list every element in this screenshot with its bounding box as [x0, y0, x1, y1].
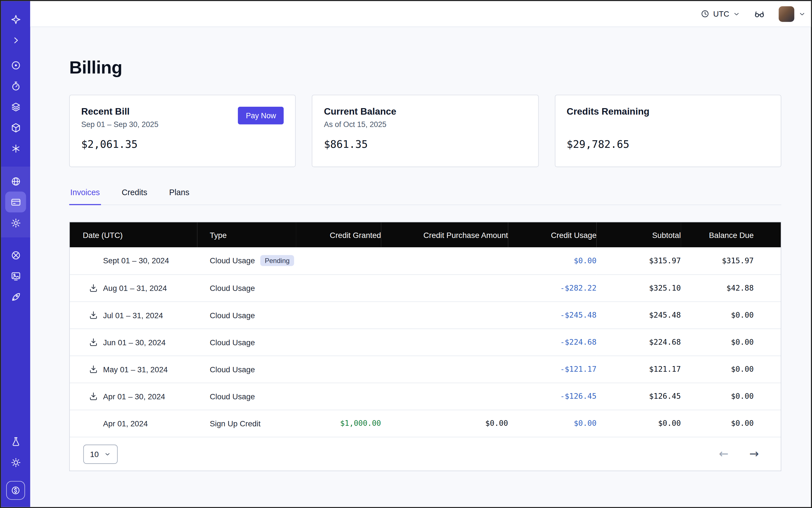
current-balance-card: Current Balance As of Oct 15, 2025 $861.… — [312, 95, 539, 167]
subtotal: $315.97 — [597, 247, 681, 274]
timer-icon[interactable] — [5, 76, 26, 96]
cube-icon[interactable] — [5, 117, 26, 138]
radar-icon[interactable] — [5, 55, 26, 76]
table-row: Jun 01 – 30, 2024 Cloud Usage -$224.68 $… — [70, 329, 781, 356]
sidebar-nav-lower — [5, 245, 26, 307]
card-subtitle: As of Oct 15, 2025 — [324, 120, 526, 131]
sidebar-expand-icon[interactable] — [5, 30, 26, 50]
wheel-icon[interactable] — [5, 245, 26, 265]
globe-icon[interactable] — [5, 171, 26, 192]
sidebar-nav-top — [5, 55, 26, 159]
credit-usage: $0.00 — [508, 247, 596, 274]
next-page-icon[interactable]: → — [749, 448, 759, 460]
credit-purchase-amount — [381, 329, 508, 356]
subtotal: $0.00 — [597, 410, 681, 437]
screen-image-icon[interactable] — [5, 265, 26, 286]
invoice-date: Aug 01 – 31, 2024 — [103, 284, 167, 292]
subtotal: $245.48 — [597, 301, 681, 328]
invoice-type: Cloud Usage — [210, 338, 255, 346]
card-subtitle — [567, 120, 769, 131]
subtotal: $325.10 — [597, 274, 681, 301]
credit-usage: -$282.22 — [508, 274, 596, 301]
user-menu[interactable] — [779, 6, 806, 22]
column-header-credit-usage: Credit Usage — [508, 222, 596, 247]
invoice-date: Jul 01 – 31, 2024 — [103, 310, 163, 319]
flask-icon[interactable] — [5, 431, 26, 452]
user-avatar — [779, 6, 794, 22]
recent-bill-card: Recent Bill Sep 01 – Sep 30, 2025 $2,061… — [69, 95, 296, 167]
page-size-select[interactable]: 10 — [83, 444, 117, 464]
layers-icon[interactable] — [5, 96, 26, 117]
download-invoice-icon[interactable] — [88, 309, 99, 321]
pay-now-button[interactable]: Pay Now — [238, 107, 284, 124]
credit-usage: -$245.48 — [508, 301, 596, 328]
download-invoice-icon[interactable] — [88, 363, 99, 375]
tab-credits[interactable]: Credits — [121, 188, 148, 205]
sidebar-nav-bottom — [5, 431, 26, 473]
glasses-icon[interactable] — [754, 8, 765, 20]
clock-icon — [701, 9, 710, 18]
download-invoice-icon[interactable] — [88, 390, 99, 402]
timezone-selector[interactable]: UTC — [701, 9, 740, 18]
download-invoice-icon[interactable] — [88, 282, 99, 294]
table-row: Sept 01 – 30, 2024 Cloud UsagePending $0… — [70, 247, 781, 274]
tab-invoices[interactable]: Invoices — [69, 188, 101, 205]
invoice-type: Cloud Usage — [210, 365, 255, 373]
credit-granted: $1,000.00 — [296, 410, 381, 437]
credits-remaining-amount: $29,782.65 — [567, 138, 769, 151]
credit-granted — [296, 301, 381, 328]
page-size-value: 10 — [90, 450, 99, 458]
balance-due: $315.97 — [681, 247, 781, 274]
billing-card-icon[interactable] — [5, 192, 26, 212]
sidebar-nav-billing-group — [1, 167, 31, 238]
invoice-type: Cloud Usage — [210, 392, 255, 400]
subtotal: $224.68 — [597, 329, 681, 356]
balance-due: $0.00 — [681, 383, 781, 410]
billing-tabs: Invoices Credits Plans — [69, 188, 781, 205]
invoice-type: Cloud Usage — [210, 256, 255, 265]
subtotal: $126.45 — [597, 383, 681, 410]
table-row: Apr 01 – 30, 2024 Cloud Usage -$126.45 $… — [70, 383, 781, 410]
chevron-down-icon — [733, 10, 740, 17]
asterisk-icon[interactable] — [5, 138, 26, 159]
credit-purchase-amount — [381, 356, 508, 383]
invoice-type: Sign Up Credit — [210, 419, 260, 428]
credit-granted — [296, 356, 381, 383]
credit-usage: -$126.45 — [508, 383, 596, 410]
previous-page-icon[interactable]: ← — [719, 448, 728, 460]
credit-purchase-amount — [381, 247, 508, 274]
credits-remaining-card: Credits Remaining $29,782.65 — [555, 95, 781, 167]
credits-dollar-icon[interactable] — [6, 481, 25, 500]
topbar: UTC — [30, 1, 812, 27]
subtotal: $121.17 — [597, 356, 681, 383]
table-row: May 01 – 31, 2024 Cloud Usage -$121.17 $… — [70, 356, 781, 383]
balance-due: $42.88 — [681, 274, 781, 301]
tab-plans[interactable]: Plans — [168, 188, 190, 205]
column-header-subtotal: Subtotal — [597, 222, 681, 247]
table-header: Date (UTC) Type Credit Granted Credit Pu… — [70, 222, 781, 247]
content: Billing Recent Bill Sep 01 – Sep 30, 202… — [30, 27, 812, 507]
sidebar — [1, 1, 31, 507]
download-invoice-icon[interactable] — [88, 336, 99, 348]
table-row: Jul 01 – 31, 2024 Cloud Usage -$245.48 $… — [70, 301, 781, 328]
page-title: Billing — [69, 57, 781, 77]
recent-bill-amount: $2,061.35 — [81, 138, 284, 151]
invoice-date: May 01 – 31, 2024 — [103, 365, 168, 373]
chevron-down-icon — [799, 10, 806, 17]
invoice-date: Sept 01 – 30, 2024 — [103, 256, 169, 265]
table-row: Apr 01, 2024 Sign Up Credit $1,000.00 $0… — [70, 410, 781, 437]
app-logo-icon[interactable] — [5, 9, 26, 30]
balance-due: $0.00 — [681, 329, 781, 356]
card-title: Credits Remaining — [567, 106, 769, 117]
credit-granted — [296, 274, 381, 301]
credit-purchase-amount: $0.00 — [381, 410, 508, 437]
column-header-balance-due: Balance Due — [681, 222, 781, 247]
credit-purchase-amount — [381, 383, 508, 410]
credit-purchase-amount — [381, 301, 508, 328]
table-row: Aug 01 – 31, 2024 Cloud Usage -$282.22 $… — [70, 274, 781, 301]
settings-gear-icon[interactable] — [5, 212, 26, 233]
sun-icon[interactable] — [5, 452, 26, 473]
invoice-type: Cloud Usage — [210, 284, 255, 292]
rocket-icon[interactable] — [5, 286, 26, 307]
main-column: UTC Billing Recent Bill Sep 01 – Sep 30,… — [30, 1, 812, 507]
